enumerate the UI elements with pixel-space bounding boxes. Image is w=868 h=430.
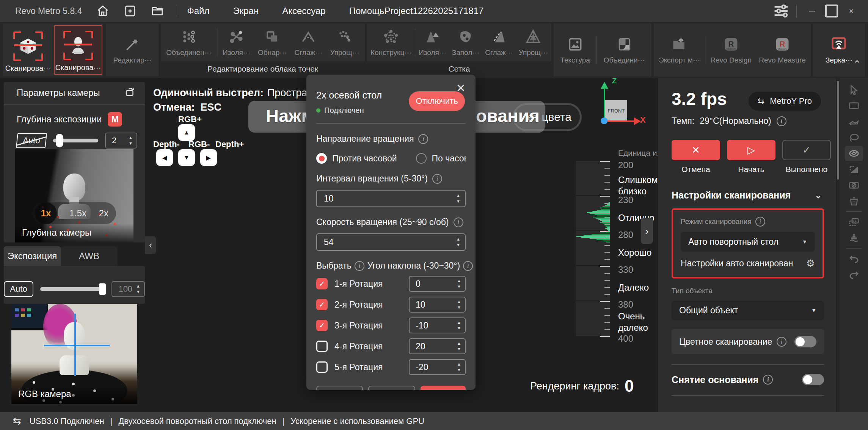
depth-minus-button[interactable]: ◀ xyxy=(156,149,173,166)
zoom-1-5x[interactable]: 1.5x xyxy=(69,208,86,219)
revo-measure-button[interactable]: RMeasure Revo Measure xyxy=(757,34,808,66)
rotation-5-input[interactable]: -20▲▼ xyxy=(409,359,466,375)
rgb-exposure-slider[interactable] xyxy=(40,287,105,291)
rgb-minus-button[interactable]: ▼ xyxy=(178,149,195,166)
mesh-fill-holes-button[interactable]: Запол··· xyxy=(450,27,482,58)
reset-button[interactable]: Сброс xyxy=(316,386,363,390)
maximize-button[interactable] xyxy=(822,0,841,22)
depth-plus-button[interactable]: ▶ xyxy=(200,149,217,166)
device-switch-button[interactable]: ⇆ MetroY Pro xyxy=(749,92,821,111)
info-icon[interactable]: i xyxy=(463,261,473,271)
rotation-1-checkbox[interactable]: ✓ xyxy=(316,278,328,289)
right-panel-scrollbar[interactable] xyxy=(837,78,840,412)
depth-exposure-stepper[interactable]: 2 ▲▼ xyxy=(105,133,137,149)
gizmo-front-face[interactable]: FRONT xyxy=(605,100,627,121)
menu-file[interactable]: Файл xyxy=(187,6,209,16)
rectangle-select-tool[interactable] xyxy=(845,98,863,113)
disconnect-button[interactable]: Отключить xyxy=(409,91,465,111)
revo-design-button[interactable]: RDESIGN Revo Design xyxy=(708,34,754,66)
color-scan-toggle[interactable] xyxy=(794,336,816,347)
mesh-construct-button[interactable]: Конструкц··· xyxy=(368,27,414,58)
mesh-smooth-button[interactable]: Сглаж··· xyxy=(483,27,515,58)
pointcloud-smooth-button[interactable]: Сглаж··· xyxy=(292,27,325,58)
zoom-1x[interactable]: 1x xyxy=(35,202,57,224)
info-icon[interactable]: i xyxy=(755,217,765,227)
scan-start-button[interactable]: ▷ xyxy=(727,140,775,160)
info-icon[interactable]: i xyxy=(777,337,786,347)
menu-screen[interactable]: Экран xyxy=(233,6,259,16)
rotation-3-input[interactable]: -10▲▼ xyxy=(409,317,466,333)
object-type-select[interactable]: Общий объект ▼ xyxy=(672,300,824,320)
auto-scan-settings-row[interactable]: Настройки авто сканирован ⚙ xyxy=(681,258,815,269)
rotate-view-icon[interactable] xyxy=(124,86,136,99)
panel-expander-chevron[interactable]: › xyxy=(641,218,653,244)
merge-mesh-button[interactable]: Объедини··· xyxy=(601,34,647,66)
export-model-button[interactable]: Экспорт м··· xyxy=(656,34,702,66)
gear-icon[interactable]: ⚙ xyxy=(806,258,815,269)
cancel-button[interactable]: Отмена xyxy=(368,386,415,390)
rgb-camera-preview[interactable]: RGB камера xyxy=(11,304,137,404)
polygon-select-tool[interactable] xyxy=(845,114,863,129)
rotation-interval-input[interactable]: 10 ▲▼ xyxy=(316,190,466,207)
info-icon[interactable]: i xyxy=(355,261,364,271)
depth-auto-button[interactable]: Auto xyxy=(16,133,47,148)
mesh-simplify-button[interactable]: Упрощ··· xyxy=(516,27,550,58)
select-arrow-tool[interactable] xyxy=(845,82,863,97)
scan-cancel-button[interactable]: ✕ xyxy=(672,140,720,160)
left-panel-collapse-chevron[interactable]: ‹ xyxy=(145,236,156,254)
rgb-exposure-stepper[interactable]: 100 ▲▼ xyxy=(111,281,145,297)
chevron-down-icon[interactable]: ⌄ xyxy=(815,191,822,200)
menu-help[interactable]: Помощь xyxy=(349,6,385,16)
preferences-icon[interactable] xyxy=(771,0,791,22)
radio-counterclockwise[interactable] xyxy=(316,153,327,164)
rotation-5-checkbox[interactable] xyxy=(316,361,328,373)
info-icon[interactable]: i xyxy=(432,174,442,184)
scan-bust-button-selected[interactable]: Сканирова··· xyxy=(54,25,102,75)
rotation-2-checkbox[interactable]: ✓ xyxy=(316,299,328,310)
minimize-button[interactable]: — xyxy=(802,0,822,22)
manual-mode-badge[interactable]: M xyxy=(108,112,122,127)
rotation-3-checkbox[interactable]: ✓ xyxy=(316,320,328,331)
info-icon[interactable]: i xyxy=(418,134,428,144)
texture-button[interactable]: Текстура xyxy=(558,34,592,66)
pointcloud-outlier-button[interactable]: Обнар··· xyxy=(256,27,289,58)
tab-awb[interactable]: AWB xyxy=(61,246,118,266)
pointcloud-isolate-button[interactable]: Изоля··· xyxy=(220,27,253,58)
plane-cut-tool[interactable] xyxy=(845,162,863,177)
turntable-select-tool[interactable] xyxy=(845,146,863,161)
duplicate-tool[interactable] xyxy=(845,214,863,230)
lasso-select-tool[interactable] xyxy=(845,130,863,145)
undo-tool[interactable] xyxy=(845,251,863,266)
rgb-plus-button[interactable]: ▲ xyxy=(178,124,195,141)
rotation-1-input[interactable]: 0▲▼ xyxy=(409,276,466,292)
base-stamp-tool[interactable] xyxy=(845,230,863,245)
ribbon-collapse-chevron[interactable]: ⌃ xyxy=(853,58,861,70)
pointcloud-simplify-button[interactable]: Упрощ··· xyxy=(328,27,361,58)
info-icon[interactable]: i xyxy=(454,217,463,227)
depth-exposure-slider[interactable] xyxy=(53,139,98,142)
info-icon[interactable]: i xyxy=(763,375,773,385)
rotation-speed-input[interactable]: 54 ▲▼ xyxy=(316,233,466,251)
mirror-cast-button[interactable]: Зерка··· xyxy=(823,34,855,66)
zoom-2x[interactable]: 2x xyxy=(99,208,108,219)
scan-done-button[interactable]: ✓ xyxy=(782,140,831,160)
redo-tool[interactable] xyxy=(845,267,863,282)
home-icon[interactable] xyxy=(96,5,109,17)
depth-camera-preview[interactable]: 1x 1.5x 2x Глубина камеры xyxy=(15,149,133,242)
ok-button[interactable]: ХОРОШО xyxy=(421,386,466,390)
edit-tool-button[interactable]: Редактир··· xyxy=(111,34,154,66)
pointcloud-merge-button[interactable]: Объединен··· xyxy=(164,27,213,58)
rgb-auto-button[interactable]: Auto xyxy=(4,281,33,297)
new-project-icon[interactable] xyxy=(124,5,137,17)
radio-clockwise[interactable] xyxy=(416,153,427,164)
scan-cube-button[interactable]: Сканирова··· xyxy=(4,25,52,75)
invert-selection-tool[interactable] xyxy=(845,178,863,193)
base-removal-toggle[interactable] xyxy=(802,374,824,385)
tab-exposure[interactable]: Экспозиция xyxy=(4,246,61,266)
close-button[interactable]: ✕ xyxy=(841,0,861,22)
mesh-isolate-button[interactable]: Изоля··· xyxy=(416,27,449,58)
info-icon[interactable]: i xyxy=(777,116,786,126)
viewport[interactable]: Одиночный выстрел:Пространство Отмена: E… xyxy=(0,78,868,412)
rotation-4-checkbox[interactable] xyxy=(316,341,328,352)
menu-accessory[interactable]: Аксессуар xyxy=(282,6,326,16)
